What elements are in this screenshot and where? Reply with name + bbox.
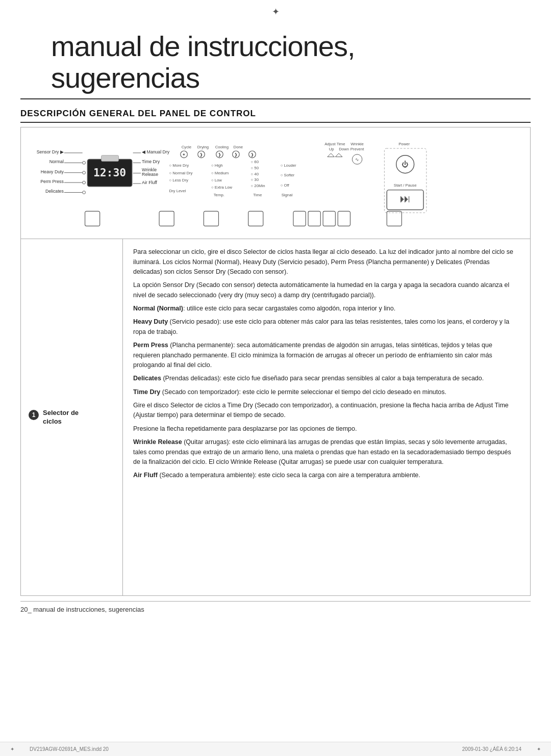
svg-text:○ Less Dry: ○ Less Dry — [169, 178, 188, 183]
svg-text:Perm Press: Perm Press — [40, 179, 64, 184]
paragraph-11: Air Fluff (Secado a temperatura ambiente… — [133, 471, 520, 480]
svg-text:⏭: ⏭ — [400, 193, 411, 205]
svg-text:○ Louder: ○ Louder — [281, 163, 296, 168]
content-left-sidebar: 1 Selector de ciclos — [21, 239, 123, 595]
svg-point-7 — [83, 171, 86, 174]
svg-text:12:30: 12:30 — [93, 167, 126, 179]
svg-text:❱: ❱ — [251, 152, 254, 157]
svg-text:Adjust Time: Adjust Time — [324, 142, 345, 147]
paragraph-2: La opción Sensor Dry (Secado con sensor)… — [133, 280, 520, 300]
svg-text:○ High: ○ High — [211, 163, 223, 168]
svg-point-10 — [83, 181, 86, 184]
bottom-bar-right-text: 2009-01-30 ¿ÁÈÀ 6:20:14 — [462, 746, 521, 752]
svg-text:○ More Dry: ○ More Dry — [169, 163, 189, 168]
svg-text:Cooling: Cooling — [215, 145, 229, 149]
content-right: Para seleccionar un ciclo, gire el disco… — [123, 239, 530, 595]
svg-text:Sensor Dry ▶: Sensor Dry ▶ — [37, 149, 64, 154]
svg-text:○ Softer: ○ Softer — [281, 173, 295, 178]
svg-text:Wrinkle: Wrinkle — [142, 167, 157, 172]
svg-text:❱: ❱ — [199, 152, 203, 157]
svg-text:○ 20Min: ○ 20Min — [251, 184, 265, 188]
svg-text:Air Fluff: Air Fluff — [142, 180, 157, 185]
svg-text:Normal: Normal — [49, 159, 64, 164]
svg-text:⏻: ⏻ — [402, 161, 409, 168]
svg-rect-75 — [85, 212, 100, 226]
selector-text: Selector de ciclos — [43, 409, 79, 426]
bottom-left-compass: ✦ — [10, 746, 14, 752]
bottom-right-compass: ✦ — [537, 746, 541, 752]
svg-point-4 — [83, 162, 86, 165]
svg-rect-82 — [338, 212, 350, 226]
content-area: 1 Selector de ciclos Para seleccionar un… — [20, 239, 531, 596]
svg-text:Down: Down — [339, 147, 349, 151]
svg-text:Time Dry: Time Dry — [142, 159, 160, 164]
page-title: manual de instrucciones, sugerencias — [51, 31, 500, 93]
paragraph-1: Para seleccionar un ciclo, gire el disco… — [133, 247, 520, 277]
svg-point-13 — [83, 191, 86, 194]
bottom-bar: ✦ DV219AGW-02691A_MES.indd 20 2009-01-30… — [0, 742, 551, 756]
svg-text:✦: ✦ — [182, 152, 186, 157]
svg-text:Done: Done — [234, 145, 243, 149]
svg-text:Prevent: Prevent — [350, 147, 365, 151]
svg-rect-83 — [387, 212, 402, 226]
paragraph-7: Time Dry (Secado con temporizador): este… — [133, 387, 520, 397]
svg-text:○ Low: ○ Low — [211, 178, 222, 183]
paragraph-9: Presione la flecha repetidamente para de… — [133, 424, 520, 434]
svg-text:○ 50: ○ 50 — [251, 166, 258, 170]
paragraph-4: Heavy Duty (Servicio pesado): use este c… — [133, 317, 520, 337]
svg-marker-62 — [328, 153, 335, 157]
section-heading: DESCRIPCIÓN GENERAL DEL PANEL DE CONTROL — [20, 109, 531, 123]
svg-text:❱: ❱ — [234, 152, 238, 157]
page-container: ✦ manual de instrucciones, sugerencias D… — [0, 0, 551, 756]
svg-marker-63 — [335, 153, 342, 157]
svg-text:Temp.: Temp. — [214, 193, 224, 197]
paragraph-6: Delicates (Prendas delicadas): este cicl… — [133, 374, 520, 383]
panel-diagram: Sensor Dry ▶ Normal Heavy Duty Perm Pres… — [20, 127, 531, 239]
svg-rect-77 — [204, 212, 218, 226]
svg-text:○ Extra Low: ○ Extra Low — [211, 185, 233, 190]
svg-text:❱: ❱ — [218, 152, 221, 157]
svg-rect-80 — [308, 212, 320, 226]
svg-text:Release: Release — [142, 172, 158, 177]
svg-text:Drying: Drying — [197, 145, 209, 149]
paragraph-10: Wrinkle Release (Quitar arrugas): este c… — [133, 437, 520, 467]
svg-text:Wrinkle: Wrinkle — [350, 142, 364, 147]
diagram-svg: Sensor Dry ▶ Normal Heavy Duty Perm Pres… — [26, 135, 525, 233]
svg-text:Dry Level: Dry Level — [169, 189, 186, 193]
svg-text:Delicates: Delicates — [45, 189, 64, 194]
top-compass-icon: ✦ — [272, 6, 280, 17]
footer-page-text: 20_ manual de instrucciones, sugerencias — [20, 606, 144, 613]
svg-text:○ Normal Dry: ○ Normal Dry — [169, 171, 192, 175]
paragraph-5: Perm Press (Plancha permanente): seca au… — [133, 341, 520, 370]
svg-rect-81 — [323, 212, 335, 226]
svg-rect-78 — [248, 212, 263, 226]
bottom-bar-left-text: DV219AGW-02691A_MES.indd 20 — [30, 746, 109, 752]
paragraph-3: Normal (Normal): utilice este ciclo para… — [133, 304, 520, 314]
paragraph-8: Gire el disco Selector de ciclos a Time … — [133, 401, 520, 421]
page-footer: 20_ manual de instrucciones, sugerencias — [20, 601, 531, 617]
svg-text:Time: Time — [253, 193, 262, 197]
svg-text:Up: Up — [329, 147, 334, 151]
svg-text:Power: Power — [398, 142, 410, 147]
svg-text:○ 40: ○ 40 — [251, 172, 258, 176]
svg-rect-79 — [293, 212, 306, 226]
selector-label: 1 Selector de ciclos — [29, 409, 79, 426]
svg-rect-16 — [102, 155, 119, 162]
svg-text:Cycle: Cycle — [182, 145, 191, 149]
svg-text:Heavy Duty: Heavy Duty — [41, 169, 64, 174]
svg-text:Signal: Signal — [282, 193, 293, 197]
svg-text:◀ Manual Dry: ◀ Manual Dry — [142, 149, 170, 154]
svg-text:∿: ∿ — [355, 158, 359, 163]
svg-text:○ Off: ○ Off — [281, 183, 290, 188]
svg-text:○ Medium: ○ Medium — [211, 171, 229, 175]
svg-rect-76 — [159, 212, 174, 226]
svg-text:Start / Pause: Start / Pause — [394, 183, 417, 188]
svg-text:○ 60: ○ 60 — [251, 160, 258, 164]
svg-text:○ 30: ○ 30 — [251, 177, 258, 182]
